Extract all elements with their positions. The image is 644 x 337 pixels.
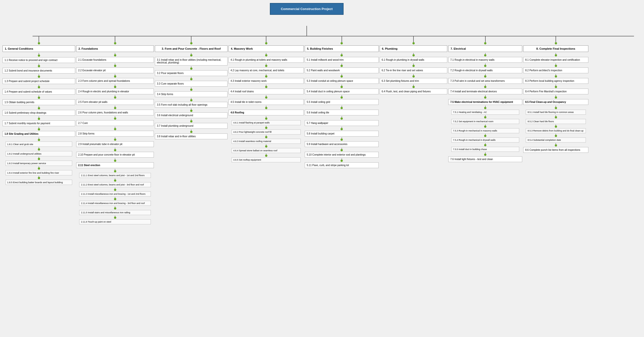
- task-2-2: 2.2 Excavate elevator pit: [76, 68, 154, 73]
- col7-header: 7. Electrical: [448, 45, 522, 52]
- task-1-8-4: 1.8.4 Install exterior fire line and bui…: [6, 170, 72, 175]
- task-2-11-6: 2.11.6 Touch-up paint on steel: [79, 219, 151, 224]
- col4-header: 4. Masonry Work: [229, 45, 304, 52]
- task-2-11: 2.11 Steel erection: [76, 162, 154, 168]
- column-3: 3. Form and Pour Concrete - Floors and R…: [155, 36, 228, 140]
- task-4-4: 4.4 Install roof drains: [229, 89, 304, 94]
- task-3-7: 3.7 Install plumbing underground: [155, 123, 228, 129]
- task-6-3: 6.3 Set plumbing fixtures and trim: [380, 78, 447, 84]
- task-7-5-5: 7.5.5 Install duct in building chase: [451, 147, 519, 152]
- task-7-5-4: 7.5.4 Rough-in mechanical in drywall wal…: [451, 138, 519, 143]
- column-7: 7. Electrical 7.1 Rough-in electrical in…: [448, 36, 522, 163]
- diagram-container: Commercial Construction Project 1. Gener…: [0, 0, 644, 337]
- task-1-8-3: 1.8.3 Install temporary power service: [6, 161, 72, 166]
- column-2: 2. Foundations 2.1 Excavate foundations …: [76, 36, 154, 225]
- task-1-7: 1.7 Submit monthly requests for payment: [3, 120, 75, 126]
- task-4-6-2: 4.6.2 Pour lightweight concrete roof fil…: [232, 129, 301, 134]
- task-2-8: 2.8 Strip forms: [76, 131, 154, 137]
- task-1-4: 1.4 Prepare and submit schedule of value…: [3, 89, 75, 95]
- column-4: 4. Masonry Work 4.1 Rough-in plumbing at…: [229, 36, 304, 163]
- task-5-5: 5.5 Install ceiling grid: [305, 99, 379, 105]
- task-2-10: 2.10 Prepare and pour concrete floor in …: [76, 152, 154, 158]
- task-3-2: 3.2 Pour separate floors: [155, 70, 228, 76]
- task-5-1: 5.1 Install millwork and wood trim: [305, 57, 379, 63]
- task-4-1: 4.1 Rough-in plumbing at toilets and mas…: [229, 57, 304, 63]
- task-5-4: 5.4 Install duct in ceiling plenum space: [305, 89, 379, 94]
- task-1-5: 1.5 Obtain building permits: [3, 99, 75, 105]
- task-8-5-1: 8.5.1 Install hard tile flooring in comm…: [526, 110, 586, 115]
- col5-header: 5. Building Finishes: [305, 45, 379, 52]
- task-8-3: 8.3 Perform local building agency inspec…: [523, 78, 588, 84]
- task-2-11-2: 2.11.2 Erect steel columns, beams and jo…: [79, 182, 151, 187]
- task-5-6: 5.6 Install ceiling tile: [305, 110, 379, 115]
- task-7-5-3: 7.5.3 Rough-in mechanical in masonry wal…: [451, 128, 519, 133]
- task-5-3: 5.3 Install conduit at ceiling plenum sp…: [305, 78, 379, 84]
- task-7-3: 7.3 Pull wire in conduit and set area tr…: [448, 78, 522, 84]
- task-2-11-5: 2.11.5 Install stairs and miscellaneous …: [79, 210, 151, 215]
- task-8-5-3: 8.5.3 Remove debris from building and do…: [526, 128, 586, 133]
- task-3-5: 3.5 Form roof slab including all floor o…: [155, 102, 228, 108]
- column-8: 8. Complete Final Inspections 8.1 Comple…: [523, 36, 588, 154]
- task-2-6: 2.6 Pour column piers, foundations and w…: [76, 110, 154, 115]
- task-5-2: 5.2 Paint walls and woodwork: [305, 68, 379, 73]
- task-8-5-2: 8.5.2 Clean hard tile floors: [526, 119, 586, 124]
- task-8-1: 8.1 Complete elevator inspection and cer…: [523, 57, 588, 63]
- task-1-8-1: 1.8.1 Clear and grub site: [6, 142, 72, 147]
- task-4-2: 4.2 Lay masonry at core, mechanical, and…: [229, 68, 304, 73]
- task-1-6: 1.6 Submit preliminary shop drawings: [3, 110, 75, 116]
- task-3-1: 3.1 Install rebar and in-floor utilities…: [155, 57, 228, 65]
- task-8-6: 8.6 Complete punch list items from all i…: [523, 147, 588, 153]
- task-6-2: 6.2 Tie-in fire line riser and set valve…: [380, 68, 447, 73]
- task-2-11-4: 2.11.4 Install miscellaneous iron and br…: [79, 201, 151, 206]
- task-7-5: 7.5 Make electrical terminations for HVA…: [448, 99, 522, 105]
- task-2-4: 2.4 Rough-in electric and plumbing in el…: [76, 89, 154, 94]
- task-7-6: 7.6 Install light fixtures - test and cl…: [448, 156, 522, 162]
- col6-header: 6. Plumbing: [380, 45, 447, 52]
- task-2-11-1: 2.11.1 Erect steel columns, beams and jo…: [79, 173, 151, 178]
- task-3-3: 3.3 Cure separate floors: [155, 81, 228, 87]
- task-7-5-2: 7.5.2 Set equipment in mechanical room: [451, 119, 519, 124]
- task-8-4: 8.4 Perform Fire Marshal's inspection: [523, 89, 588, 94]
- task-2-5: 2.5 Form elevator pit walls: [76, 99, 154, 105]
- task-4-6-4: 4.6.4 Spread stone ballast on seamless r…: [232, 148, 301, 153]
- task-3-6: 3.6 Install electrical underground: [155, 112, 228, 118]
- column-5: 5. Building Finishes 5.1 Install millwor…: [305, 36, 379, 169]
- task-7-1: 7.1 Rough-in electrical in masonry walls: [448, 57, 522, 63]
- col1-dot: [38, 42, 40, 44]
- task-2-1: 2.1 Excavate foundations: [76, 57, 154, 63]
- task-4-5: 4.5 Install tile in toilet rooms: [229, 99, 304, 105]
- col2-header: 2. Foundations: [76, 45, 154, 52]
- task-4-6: 4.6 Roofing: [229, 110, 304, 115]
- task-2-3: 2.3 Form column piers and spread foundat…: [76, 78, 154, 84]
- column-6: 6. Plumbing 6.1 Rough-in plumbing in dry…: [380, 36, 447, 95]
- task-8-2: 8.2 Perform architect's inspection: [523, 68, 588, 73]
- task-6-1: 6.1 Rough-in plumbing in drywall walls: [380, 57, 447, 63]
- task-2-11-3: 2.11.3 Install miscellaneous iron and br…: [79, 191, 151, 196]
- task-7-4: 7.4 Install and terminate electrical dev…: [448, 89, 522, 94]
- col3-header: 3. Form and Pour Concrete - Floors and R…: [155, 45, 228, 52]
- col8-header: 8. Complete Final Inspections: [523, 45, 588, 52]
- task-1-8-5: 1.8.5 Erect building batter boards and l…: [6, 180, 72, 185]
- root-vert-line: [306, 26, 307, 36]
- task-2-7: 2.7 Cure: [76, 120, 154, 126]
- task-6-4: 6.4 Flush, test, and clean piping and fi…: [380, 89, 447, 94]
- root-node: Commercial Construction Project: [270, 3, 344, 15]
- column-1: 1. General Conditions 1.1 Receive notice…: [3, 36, 75, 185]
- task-8-5-4: 8.5.4 Substantial completion date: [526, 138, 586, 143]
- columns-wrapper: 1. General Conditions 1.1 Receive notice…: [3, 36, 641, 225]
- task-4-6-3: 4.6.3 Install seamless roofing material: [232, 139, 301, 144]
- col1-vert-top: [39, 36, 39, 42]
- task-1-8-2: 1.8.2 Install underground utilities: [6, 151, 72, 156]
- task-7-2: 7.2 Rough-in electrical in drywall walls: [448, 68, 522, 73]
- task-4-6-5: 4.6.5 Set rooftop equipment: [232, 157, 301, 162]
- task-8-5: 8.5 Final Clean-up and Occupancy: [523, 99, 588, 105]
- task-5-8: 5.8 Install building carpet: [305, 131, 379, 137]
- task-2-9: 2.9 Install pneumatic tube in elevator p…: [76, 141, 154, 147]
- task-4-3: 4.3 Install exterior masonry work: [229, 78, 304, 84]
- task-5-9: 5.9 Install hardware and accessories: [305, 141, 379, 147]
- task-1-1: 1.1 Receive notice to proceed and sign c…: [3, 57, 75, 63]
- task-3-4: 3.4 Strip forms: [155, 91, 228, 97]
- task-5-7: 5.7 Hang wallpaper: [305, 120, 379, 126]
- task-7-5-1: 7.5.1 Heating and Ventilating - AC: [451, 110, 519, 115]
- task-5-11: 5.11 Pave, curb, and stripe parking lot: [305, 162, 379, 168]
